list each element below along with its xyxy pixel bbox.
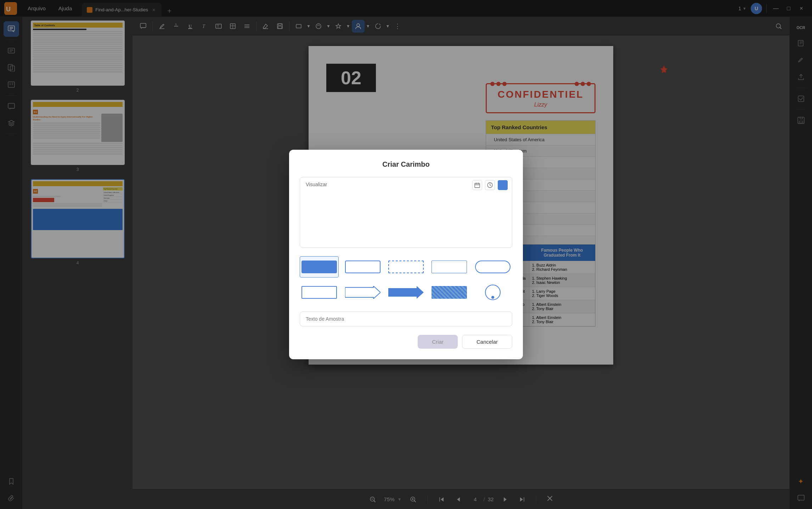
- clock-icon-btn[interactable]: [485, 180, 495, 190]
- shape-rect-filled: [301, 261, 337, 273]
- shape-circle-dot: [491, 296, 494, 299]
- shape-arrow-filled: [388, 286, 424, 299]
- modal-buttons: Criar Cancelar: [300, 335, 512, 349]
- shape-rect-rounded: [475, 261, 511, 273]
- shape-circle-outline: [485, 285, 501, 300]
- criar-button[interactable]: Criar: [418, 335, 458, 349]
- sample-text-input[interactable]: [300, 311, 512, 326]
- shape-rect-stripe-btn[interactable]: [430, 282, 469, 303]
- color-swatch-icon-btn[interactable]: [498, 180, 508, 190]
- shape-rect-outline3-btn[interactable]: [300, 282, 339, 303]
- svg-rect-42: [475, 183, 480, 188]
- preview-label: Visualizar: [306, 182, 327, 187]
- svg-marker-48: [345, 286, 380, 299]
- shape-rect-thin: [432, 261, 467, 273]
- svg-marker-49: [388, 286, 424, 299]
- cancelar-button[interactable]: Cancelar: [462, 335, 512, 349]
- shape-rect-rounded-btn[interactable]: [473, 256, 512, 278]
- shape-rect-dashed: [388, 261, 424, 273]
- modal-title: Criar Carimbo: [300, 160, 512, 168]
- shape-rect-outline: [345, 261, 380, 273]
- shape-rect-thin-btn[interactable]: [430, 256, 469, 278]
- shape-rect-outline-btn[interactable]: [343, 256, 382, 278]
- calendar-icon-btn[interactable]: [472, 180, 482, 190]
- shape-rect-dashed-btn[interactable]: [387, 256, 425, 278]
- shape-arrow-outline: [345, 286, 380, 299]
- shape-circle-outline-btn[interactable]: [473, 282, 512, 303]
- preview-icons: [472, 180, 508, 190]
- modal-overlay[interactable]: Criar Carimbo Visualizar: [0, 0, 812, 509]
- shapes-grid: [300, 256, 512, 303]
- shape-arrow-outline-btn[interactable]: [343, 282, 382, 303]
- shape-rect-stripe: [432, 286, 467, 299]
- shape-rect-filled-btn[interactable]: [300, 256, 339, 278]
- shape-rect-outline3: [301, 286, 337, 299]
- shape-arrow-filled-btn[interactable]: [387, 282, 425, 303]
- modal-preview: Visualizar: [300, 177, 512, 248]
- criar-carimbo-modal: Criar Carimbo Visualizar: [289, 150, 523, 359]
- svg-rect-47: [500, 183, 505, 188]
